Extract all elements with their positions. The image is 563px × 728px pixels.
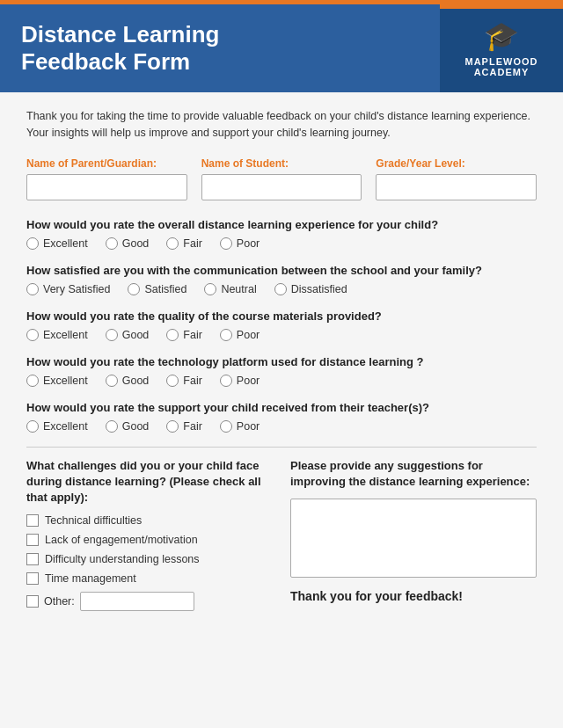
radio-item-1-1[interactable]: Excellent (26, 237, 88, 250)
challenge-label-2: Lack of engagement/motivation (45, 534, 198, 546)
radio-circle-3-2 (106, 329, 118, 341)
radio-item-1-4[interactable]: Poor (220, 237, 260, 250)
radio-item-4-4[interactable]: Poor (220, 375, 260, 387)
radio-circle-1-3 (166, 237, 179, 250)
radio-label-2-2: Satisfied (144, 283, 186, 295)
radio-label-1-1: Excellent (43, 237, 88, 250)
other-row: Other: (26, 592, 273, 611)
radio-circle-4-4 (220, 375, 232, 387)
header-logo-area: 🎓 MAPLEWOOD ACADEMY (440, 4, 563, 92)
challenge-checkbox-2[interactable] (26, 534, 39, 546)
radio-label-5-4: Poor (237, 420, 260, 433)
radio-circle-1-4 (220, 237, 232, 250)
question-section-3: How would you rate the quality of the co… (26, 309, 537, 341)
intro-text: Thank you for taking the time to provide… (26, 108, 537, 142)
radio-circle-5-3 (166, 420, 179, 433)
radio-item-5-2[interactable]: Good (106, 420, 150, 433)
radio-circle-4-2 (106, 375, 118, 387)
radio-circle-5-2 (106, 420, 118, 433)
other-checkbox[interactable] (26, 595, 39, 608)
challenge-label-4: Time management (45, 572, 136, 585)
grade-level-input[interactable] (376, 174, 537, 200)
challenge-item-2: Lack of engagement/motivation (26, 534, 273, 546)
parent-guardian-label: Name of Parent/Guardian: (26, 157, 187, 170)
radio-circle-4-1 (26, 375, 39, 387)
question-label-1: How would you rate the overall distance … (26, 218, 537, 231)
challenges-label: What challenges did you or your child fa… (26, 458, 273, 506)
radio-label-4-1: Excellent (43, 375, 88, 387)
radio-item-2-2[interactable]: Satisfied (128, 283, 186, 295)
other-input[interactable] (80, 592, 194, 611)
radio-circle-4-3 (166, 375, 179, 387)
radio-item-4-1[interactable]: Excellent (26, 375, 88, 387)
question-section-2: How satisfied are you with the communica… (26, 264, 537, 295)
radio-label-4-3: Fair (183, 375, 202, 387)
radio-item-3-2[interactable]: Good (106, 329, 150, 341)
radio-item-3-4[interactable]: Poor (220, 329, 260, 341)
radio-group-3: ExcellentGoodFairPoor (26, 329, 537, 341)
suggestions-column: Please provide any suggestions for impro… (290, 458, 537, 619)
grade-level-field-group: Grade/Year Level: (376, 157, 537, 200)
radio-circle-2-3 (204, 283, 216, 295)
header-title: Distance Learning Feedback Form (21, 21, 219, 76)
radio-group-5: ExcellentGoodFairPoor (26, 420, 537, 433)
parent-guardian-field-group: Name of Parent/Guardian: (26, 157, 187, 200)
radio-item-3-3[interactable]: Fair (166, 329, 202, 341)
radio-item-2-3[interactable]: Neutral (204, 283, 256, 295)
challenge-label-3: Difficulty understanding lessons (45, 553, 200, 565)
radio-label-5-1: Excellent (43, 420, 88, 433)
radio-circle-3-1 (26, 329, 39, 341)
radio-item-2-1[interactable]: Very Satisfied (26, 283, 110, 295)
divider (26, 447, 537, 448)
header-title-area: Distance Learning Feedback Form (0, 4, 440, 92)
radio-item-4-3[interactable]: Fair (166, 375, 202, 387)
challenge-item-3: Difficulty understanding lessons (26, 553, 273, 565)
content-area: Thank you for taking the time to provide… (0, 92, 563, 639)
radio-item-1-2[interactable]: Good (106, 237, 150, 250)
radio-item-3-1[interactable]: Excellent (26, 329, 88, 341)
radio-circle-3-3 (166, 329, 179, 341)
radio-label-3-2: Good (122, 329, 150, 341)
thank-you-text: Thank you for your feedback! (290, 589, 537, 603)
student-name-field-group: Name of Student: (201, 157, 362, 200)
student-name-input[interactable] (201, 174, 362, 200)
radio-group-1: ExcellentGoodFairPoor (26, 237, 537, 250)
radio-group-4: ExcellentGoodFairPoor (26, 375, 537, 387)
radio-item-2-4[interactable]: Dissatisfied (274, 283, 347, 295)
radio-item-1-3[interactable]: Fair (166, 237, 202, 250)
question-section-4: How would you rate the technology platfo… (26, 355, 537, 387)
radio-circle-1-2 (106, 237, 118, 250)
challenge-item-4: Time management (26, 572, 273, 585)
question-label-5: How would you rate the support your chil… (26, 401, 537, 414)
radio-label-1-3: Fair (183, 237, 202, 250)
question-label-4: How would you rate the technology platfo… (26, 355, 537, 368)
radio-label-5-2: Good (122, 420, 150, 433)
questions-container: How would you rate the overall distance … (26, 218, 537, 433)
challenge-checkbox-3[interactable] (26, 553, 39, 565)
challenge-checkbox-1[interactable] (26, 514, 39, 527)
page: Distance Learning Feedback Form 🎓 MAPLEW… (0, 0, 563, 728)
radio-label-1-2: Good (122, 237, 150, 250)
radio-circle-1-1 (26, 237, 39, 250)
radio-item-4-2[interactable]: Good (106, 375, 150, 387)
radio-item-5-1[interactable]: Excellent (26, 420, 88, 433)
radio-label-5-3: Fair (183, 420, 202, 433)
challenge-item-1: Technical difficulties (26, 514, 273, 527)
radio-label-3-3: Fair (183, 329, 202, 341)
radio-circle-2-4 (274, 283, 287, 295)
question-label-3: How would you rate the quality of the co… (26, 309, 537, 323)
challenge-checkbox-4[interactable] (26, 572, 39, 585)
student-name-label: Name of Student: (201, 157, 362, 170)
radio-item-5-3[interactable]: Fair (166, 420, 202, 433)
logo-name: MAPLEWOOD ACADEMY (465, 56, 538, 77)
suggestions-textarea[interactable] (290, 499, 537, 578)
radio-label-4-2: Good (122, 375, 150, 387)
radio-circle-5-1 (26, 420, 39, 433)
challenges-column: What challenges did you or your child fa… (26, 458, 273, 619)
question-section-5: How would you rate the support your chil… (26, 401, 537, 433)
grade-level-label: Grade/Year Level: (376, 157, 537, 170)
parent-guardian-input[interactable] (26, 174, 187, 200)
other-label: Other: (44, 595, 75, 608)
bottom-section: What challenges did you or your child fa… (26, 458, 537, 619)
radio-item-5-4[interactable]: Poor (220, 420, 260, 433)
